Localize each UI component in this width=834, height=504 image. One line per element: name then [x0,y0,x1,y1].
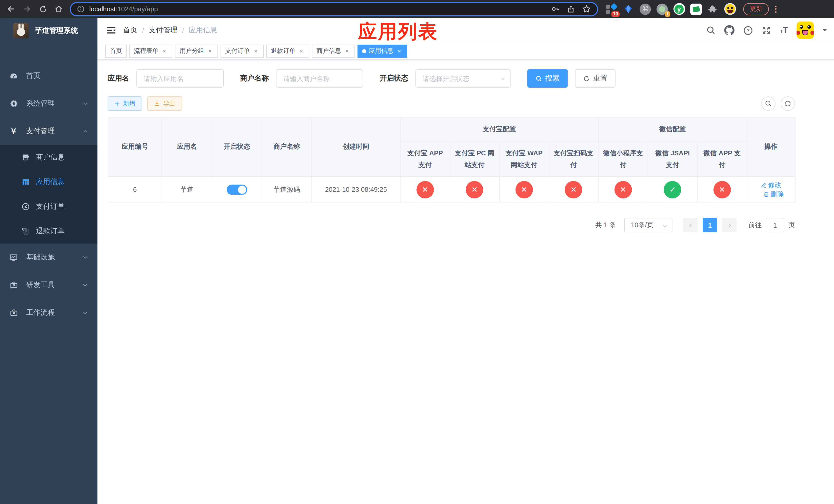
cell-wechat-mini: ✕ [598,177,648,202]
shop-icon [22,153,30,161]
extension-chat-icon[interactable] [690,3,702,15]
sidebar-item-workflow[interactable]: 工作流程 [0,299,97,327]
share-icon[interactable] [567,5,575,13]
cell-actions: 修改 删除 [747,177,795,202]
close-icon[interactable]: ✕ [344,48,350,54]
browser-menu-button[interactable] [775,5,776,13]
status-select-input[interactable] [415,69,511,88]
refresh-table-button[interactable] [781,96,795,111]
search-button[interactable]: 搜索 [527,69,568,88]
sidebar-item-app-info[interactable]: 应用信息 [0,170,97,194]
chrome-update-button[interactable]: 更新 [743,3,769,15]
merchant-name-input[interactable] [276,69,363,88]
sidebar-item-pay-orders[interactable]: ¥ 支付订单 [0,194,97,219]
edit-link[interactable]: 修改 [761,180,782,189]
breadcrumb-separator: / [142,26,144,35]
sidebar-item-home[interactable]: 首页 [0,62,97,90]
back-button[interactable] [4,2,18,16]
col-header-created: 创建时间 [312,117,400,177]
password-key-icon[interactable] [551,5,559,13]
close-icon[interactable]: ✕ [207,48,213,54]
extension-yuque-icon[interactable]: y [673,3,685,15]
delete-link[interactable]: 删除 [763,189,784,199]
tag-user-group[interactable]: 用户分组✕ [175,44,218,58]
tag-merchant-info[interactable]: 商户信息✕ [312,44,355,58]
app-name-input[interactable] [136,69,224,88]
home-button[interactable] [52,2,66,16]
forward-button[interactable] [20,2,34,16]
page-1-button[interactable]: 1 [703,218,717,232]
sidebar-item-label: 退款订单 [36,227,65,236]
sidebar-item-label: 首页 [26,71,41,81]
help-icon[interactable]: ? [743,25,753,35]
font-size-icon[interactable]: TT [780,26,788,35]
status-icon: ✕ [714,181,731,198]
cell-alipay-app: ✕ [400,177,450,202]
close-icon[interactable]: ✕ [161,48,168,54]
sidebar-item-infrastructure[interactable]: 基础设施 [0,244,97,271]
export-button[interactable]: 导出 [147,96,182,111]
sidebar-item-refund-orders[interactable]: 退款订单 [0,219,97,244]
status-select[interactable] [415,69,511,88]
tag-process-form[interactable]: 流程表单✕ [129,44,172,58]
status-icon: ✕ [565,181,583,198]
sidebar-item-merchant-info[interactable]: 商户信息 [0,145,97,170]
plus-icon [114,101,120,107]
col-header-wechat-app: 微信 APP 支付 [697,142,747,177]
col-header-alipay-qr: 支付宝扫码支付 [549,142,598,177]
chevron-down-icon [82,100,88,107]
next-page-button[interactable] [722,218,737,232]
reset-button[interactable]: 重置 [575,69,615,88]
breadcrumb-payment[interactable]: 支付管理 [149,26,177,35]
search-icon [765,100,772,107]
col-header-merchant: 商户名称 [262,117,312,177]
avatar[interactable] [796,22,814,39]
sidebar-item-payment[interactable]: ¥ 支付管理 [0,117,97,145]
sidebar-item-system[interactable]: 系统管理 [0,90,97,117]
extension-gem-icon[interactable] [622,3,635,15]
close-icon[interactable]: ✕ [298,48,305,54]
reload-button[interactable] [36,2,50,16]
extension-command-icon[interactable]: ⌘ [639,3,652,15]
sidebar: 芋道管理系统 首页 系统管理 [0,18,97,504]
sidebar-item-label: 系统管理 [26,99,55,108]
breadcrumb-home[interactable]: 首页 [123,26,137,35]
prev-page-button[interactable] [683,218,698,232]
github-icon[interactable] [724,25,734,36]
search-icon[interactable] [706,26,716,35]
sidebar-item-dev-tools[interactable]: 研发工具 [0,271,97,299]
tag-refund-orders[interactable]: 退款订单✕ [266,44,309,58]
url-bar[interactable]: localhost:1024/pay/app [70,2,598,16]
tag-home[interactable]: 首页 [105,44,127,58]
page-size-select[interactable]: 10条/页 [624,218,673,232]
tag-app-info[interactable]: 应用信息✕ [357,44,407,58]
close-icon[interactable]: ✕ [396,48,403,54]
forward-arrow-icon [23,5,31,13]
sidebar-logo[interactable]: 芋道管理系统 [0,18,97,44]
bookmark-star-icon[interactable] [582,5,591,13]
fullscreen-icon[interactable] [762,26,771,35]
sidebar-collapse-button[interactable] [107,26,116,35]
extension-emoji-icon[interactable] [724,3,736,15]
sidebar-item-label: 支付订单 [36,202,65,211]
tag-pay-orders[interactable]: 支付订单✕ [221,44,264,58]
url-text: localhost:1024/pay/app [89,5,158,13]
status-icon: ✕ [416,181,434,198]
download-icon [154,100,160,107]
navbar: 首页 / 支付管理 / 应用信息 应用列表 ? TT [97,18,834,43]
extension-tampermonkey-icon[interactable]: 10 [605,3,618,15]
show-search-button[interactable] [761,96,775,111]
extension-puzzle-icon[interactable] [707,3,719,15]
site-info-icon[interactable] [77,5,85,13]
extension-recorder-icon[interactable]: 1 [656,3,668,15]
enabled-toggle[interactable] [227,184,247,194]
goto-page-input[interactable] [766,218,784,232]
add-button[interactable]: 新增 [108,96,142,111]
table-row: 6 芋道 芋道源码 2021-10-23 08:49:25 ✕ ✕ ✕ ✕ ✕ [108,177,795,202]
caret-down-icon[interactable] [823,29,827,33]
cell-created: 2021-10-23 08:49:25 [312,177,400,202]
close-icon[interactable]: ✕ [253,48,259,54]
gear-icon [9,99,18,108]
col-header-alipay-wap: 支付宝 WAP 网站支付 [499,142,549,177]
goto-unit-label: 页 [788,221,795,230]
